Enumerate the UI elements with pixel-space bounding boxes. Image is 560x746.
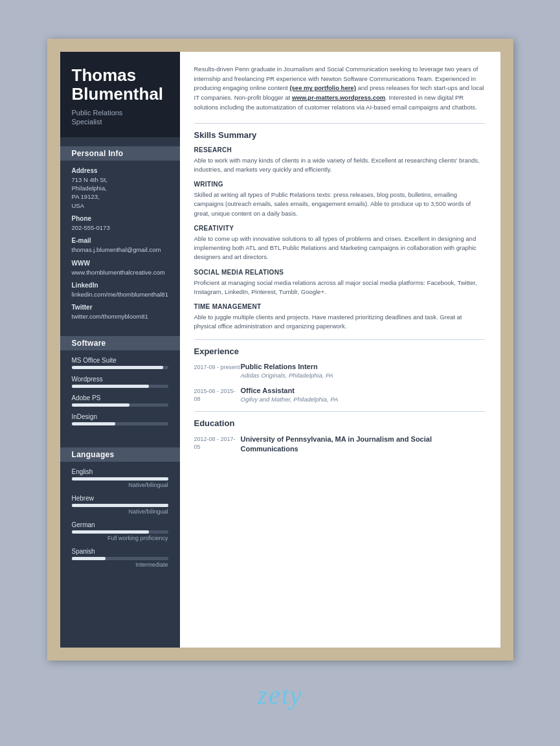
software-item: InDesign	[72, 413, 168, 425]
first-name: Thomas	[72, 66, 168, 85]
email-label: E-mail	[72, 237, 168, 244]
skills-list: RESEARCH Able to work with many kinds of…	[194, 146, 485, 332]
skill-heading: WRITING	[194, 181, 485, 188]
software-item: Adobe PS	[72, 394, 168, 407]
language-bar-fill	[72, 530, 149, 534]
software-name: InDesign	[72, 413, 168, 420]
zety-brand: zety	[257, 681, 302, 710]
linkedin-value: linkedin.com/me/thomblumenthal81	[72, 290, 168, 299]
language-bar-fill	[72, 504, 168, 507]
languages-title: Languages	[60, 447, 180, 462]
twitter-label: Twitter	[72, 304, 168, 311]
skill-item: SOCIAL MEDIA RELATIONS Proficient at man…	[194, 269, 485, 297]
software-bar-fill	[72, 366, 164, 369]
summary-text: Results-driven Penn graduate in Journali…	[194, 65, 485, 113]
skill-item: WRITING Skilled at writing all types of …	[194, 181, 485, 218]
language-bars: English Native/bilingual Hebrew Native/b…	[72, 468, 168, 568]
language-bar-bg	[72, 557, 168, 560]
skills-section-title: Skills Summary	[194, 130, 485, 140]
education-date: 2012-08 - 2017-05	[194, 435, 241, 455]
skill-item: TIME MANAGEMENT Able to juggle multiple …	[194, 303, 485, 332]
email-value: thomas.j.blumenthal@gmail.com	[72, 245, 168, 254]
experience-date: 2015-06 - 2015-08	[194, 387, 241, 403]
experience-divider	[194, 339, 485, 340]
software-item: Wordpress	[72, 376, 168, 388]
main-content: Results-driven Penn graduate in Journali…	[180, 52, 500, 648]
experience-title: Public Relations Intern	[241, 363, 485, 370]
language-name: Spanish	[72, 548, 168, 555]
software-bar-fill	[72, 422, 115, 425]
address-label: Address	[72, 167, 168, 174]
address-value: 713 N 4th St,Philadelphia,PA 19123,USA	[72, 175, 168, 210]
twitter-value: twitter.com/thommybloom81	[72, 312, 168, 321]
language-bar-fill	[72, 557, 106, 560]
education-section-title: Education	[194, 418, 485, 428]
education-details: University of Pennsylvania, MA in Journa…	[241, 435, 485, 455]
software-name: Wordpress	[72, 376, 168, 383]
skill-description: Able to come up with innovative solution…	[194, 234, 485, 262]
software-bar-fill	[72, 403, 129, 407]
software-bars: MS Office Suite Wordpress Adobe PS InDes…	[72, 357, 168, 425]
zety-footer: zety	[257, 680, 302, 710]
phone-label: Phone	[72, 215, 168, 222]
language-bar-bg	[72, 530, 168, 534]
skill-heading: CREATIVITY	[194, 225, 485, 232]
sidebar-header: Thomas Blumenthal Public Relations Speci…	[60, 52, 180, 137]
software-name: MS Office Suite	[72, 357, 168, 364]
personal-info-section: Personal Info Address 713 N 4th St,Phila…	[60, 137, 180, 328]
skill-heading: RESEARCH	[194, 146, 485, 153]
portfolio-link[interactable]: (see my portfolio here)	[289, 84, 355, 91]
experience-details: Public Relations Intern Adidas Originals…	[241, 363, 485, 379]
experience-list: 2017-09 - present Public Relations Inter…	[194, 363, 485, 403]
www-label: WWW	[72, 260, 168, 267]
skill-item: CREATIVITY Able to come up with innovati…	[194, 225, 485, 262]
education-divider	[194, 411, 485, 412]
software-bar-bg	[72, 403, 168, 407]
skill-item: RESEARCH Able to work with many kinds of…	[194, 146, 485, 175]
sidebar: Thomas Blumenthal Public Relations Speci…	[60, 52, 180, 648]
language-bar-bg	[72, 504, 168, 507]
experience-item: 2017-09 - present Public Relations Inter…	[194, 363, 485, 379]
skill-description: Able to juggle multiple clients and proj…	[194, 313, 485, 332]
software-section: Software MS Office Suite Wordpress Adobe…	[60, 327, 180, 438]
experience-details: Office Assistant Ogilvy and Mather, Phil…	[241, 387, 485, 403]
experience-section-title: Experience	[194, 346, 485, 356]
skill-heading: TIME MANAGEMENT	[194, 303, 485, 310]
software-bar-bg	[72, 422, 168, 425]
language-level: Native/bilingual	[72, 508, 168, 515]
blog-url-link[interactable]: www.pr-matters.wordpress.com	[292, 94, 385, 101]
page-wrapper: Thomas Blumenthal Public Relations Speci…	[47, 39, 513, 661]
phone-value: 202-555-0173	[72, 223, 168, 232]
skills-divider	[194, 123, 485, 124]
language-item: German Full working proficiency	[72, 521, 168, 541]
experience-item: 2015-06 - 2015-08 Office Assistant Ogilv…	[194, 387, 485, 403]
experience-company: Ogilvy and Mather, Philadelphia, PA	[241, 396, 485, 403]
personal-info-title: Personal Info	[60, 146, 180, 161]
experience-title: Office Assistant	[241, 387, 485, 394]
job-title: Public Relations Specialist	[72, 108, 168, 127]
language-name: English	[72, 468, 168, 475]
language-name: German	[72, 521, 168, 528]
language-level: Native/bilingual	[72, 482, 168, 488]
software-bar-fill	[72, 385, 149, 388]
experience-date: 2017-09 - present	[194, 363, 241, 379]
www-value: www.thomblumenthalcreative.com	[72, 268, 168, 277]
language-bar-bg	[72, 477, 168, 480]
software-item: MS Office Suite	[72, 357, 168, 369]
education-item: 2012-08 - 2017-05 University of Pennsylv…	[194, 435, 485, 455]
software-bar-bg	[72, 366, 168, 369]
language-item: Hebrew Native/bilingual	[72, 495, 168, 515]
software-name: Adobe PS	[72, 394, 168, 401]
languages-section: Languages English Native/bilingual Hebre…	[60, 438, 180, 581]
education-list: 2012-08 - 2017-05 University of Pennsylv…	[194, 435, 485, 455]
language-name: Hebrew	[72, 495, 168, 502]
language-item: Spanish Intermediate	[72, 548, 168, 568]
software-bar-bg	[72, 385, 168, 388]
skill-description: Skilled at writing all types of Public R…	[194, 190, 485, 218]
linkedin-label: LinkedIn	[72, 282, 168, 289]
skill-heading: SOCIAL MEDIA RELATIONS	[194, 269, 485, 276]
language-level: Intermediate	[72, 561, 168, 568]
resume-document: Thomas Blumenthal Public Relations Speci…	[60, 52, 500, 648]
language-bar-fill	[72, 477, 168, 480]
education-degree: University of Pennsylvania, MA in Journa…	[241, 435, 485, 455]
